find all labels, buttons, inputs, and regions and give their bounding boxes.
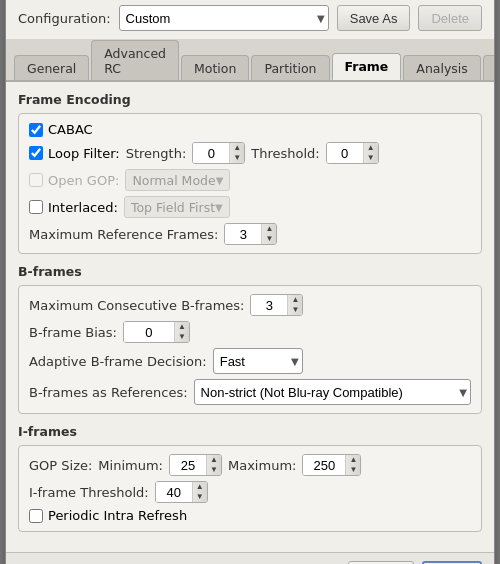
threshold-spin-btns: ▲ ▼ [363,143,378,163]
max-ref-down-button[interactable]: ▼ [262,234,276,244]
threshold-spinner: ▲ ▼ [326,142,379,164]
max-ref-up-button[interactable]: ▲ [262,224,276,234]
iframe-threshold-spin-btns: ▲ ▼ [192,482,207,502]
iframes-title: I-frames [18,424,482,439]
gop-max-spinner: ▲ ▼ [302,454,361,476]
tab-general[interactable]: General [14,55,89,81]
content-area: Frame Encoding CABAC Loop Filter: Streng… [6,82,494,552]
gop-min-up-button[interactable]: ▲ [207,455,221,465]
gop-max-input[interactable] [303,455,345,475]
gop-size-row: GOP Size: Minimum: ▲ ▼ Maximum: ▲ [29,454,471,476]
periodic-row: Periodic Intra Refresh [29,508,471,523]
threshold-up-button[interactable]: ▲ [364,143,378,153]
iframes-box: GOP Size: Minimum: ▲ ▼ Maximum: ▲ [18,445,482,532]
gop-max-down-button[interactable]: ▼ [346,465,360,475]
iframe-threshold-up-button[interactable]: ▲ [193,482,207,492]
iframes-section: I-frames GOP Size: Minimum: ▲ ▼ Maximum: [18,424,482,532]
tab-frame[interactable]: Frame [332,53,402,81]
adaptive-label: Adaptive B-frame Decision: [29,354,207,369]
frame-encoding-section: Frame Encoding CABAC Loop Filter: Streng… [18,92,482,254]
tab-motion[interactable]: Motion [181,55,249,81]
tab-analysis[interactable]: Analysis [403,55,481,81]
iframe-threshold-spinner: ▲ ▼ [155,481,208,503]
max-ref-row: Maximum Reference Frames: ▲ ▼ [29,223,471,245]
as-refs-row: B-frames as References: Non-strict (Not … [29,379,471,405]
as-refs-dropdown[interactable]: Non-strict (Not Blu-ray Compatible) Stri… [194,379,471,405]
interlaced-row: Interlaced: Top Field First ▼ [29,196,471,218]
gop-max-label: Maximum: [228,458,296,473]
max-consec-input[interactable] [251,295,287,315]
interlaced-combo: Top Field First ▼ [124,196,230,218]
interlaced-arrow-icon: ▼ [215,202,223,213]
max-consec-down-button[interactable]: ▼ [288,305,302,315]
max-consec-up-button[interactable]: ▲ [288,295,302,305]
strength-input[interactable] [193,143,229,163]
bias-row: B-frame Bias: ▲ ▼ [29,321,471,343]
loop-filter-checkbox[interactable] [29,146,43,160]
cabac-checkbox[interactable] [29,123,43,137]
open-gop-row: Open GOP: Normal Mode ▼ [29,169,471,191]
config-dropdown[interactable]: Custom [119,5,329,31]
delete-button[interactable]: Delete [418,5,482,31]
gop-min-input[interactable] [170,455,206,475]
gop-max-spin-btns: ▲ ▼ [345,455,360,475]
frame-encoding-box: CABAC Loop Filter: Strength: ▲ ▼ [18,113,482,254]
strength-label: Strength: [126,146,187,161]
as-refs-label: B-frames as References: [29,385,188,400]
bias-input[interactable] [124,322,174,342]
save-as-button[interactable]: Save As [337,5,411,31]
strength-spin-btns: ▲ ▼ [229,143,244,163]
max-consec-label: Maximum Consecutive B-frames: [29,298,244,313]
open-gop-checkbox [29,173,43,187]
max-ref-spin-btns: ▲ ▼ [261,224,276,244]
interlaced-label[interactable]: Interlaced: [29,200,118,215]
max-ref-label: Maximum Reference Frames: [29,227,218,242]
bframes-box: Maximum Consecutive B-frames: ▲ ▼ B-fram… [18,285,482,414]
tab-quantise[interactable]: Quantise [483,55,494,81]
max-consec-row: Maximum Consecutive B-frames: ▲ ▼ [29,294,471,316]
open-gop-combo: Normal Mode ▼ [125,169,230,191]
max-consec-spin-btns: ▲ ▼ [287,295,302,315]
loop-filter-row: Loop Filter: Strength: ▲ ▼ Threshold: [29,142,471,164]
config-combo-wrapper: Custom ▼ [119,5,329,31]
config-label: Configuration: [18,11,111,26]
adaptive-dropdown[interactable]: Fast Normal Off [213,348,303,374]
iframe-threshold-row: I-frame Threshold: ▲ ▼ [29,481,471,503]
cabac-row: CABAC [29,122,471,137]
config-row: Configuration: Custom ▼ Save As Delete [6,0,494,39]
gop-min-label: Minimum: [98,458,163,473]
cabac-label[interactable]: CABAC [29,122,93,137]
periodic-label[interactable]: Periodic Intra Refresh [29,508,187,523]
gop-min-spinner: ▲ ▼ [169,454,222,476]
bias-up-button[interactable]: ▲ [175,322,189,332]
bias-label: B-frame Bias: [29,325,117,340]
threshold-input[interactable] [327,143,363,163]
threshold-label: Threshold: [251,146,319,161]
tabs-bar: General Advanced RC Motion Partition Fra… [6,39,494,82]
threshold-down-button[interactable]: ▼ [364,153,378,163]
open-gop-label: Open GOP: [29,173,119,188]
tab-partition[interactable]: Partition [251,55,329,81]
max-ref-input[interactable] [225,224,261,244]
gop-min-down-button[interactable]: ▼ [207,465,221,475]
adaptive-combo-wrapper: Fast Normal Off ▼ [213,348,303,374]
strength-down-button[interactable]: ▼ [230,153,244,163]
iframe-threshold-input[interactable] [156,482,192,502]
interlaced-checkbox[interactable] [29,200,43,214]
periodic-checkbox[interactable] [29,509,43,523]
iframe-threshold-down-button[interactable]: ▼ [193,492,207,502]
bias-spin-btns: ▲ ▼ [174,322,189,342]
bias-spinner: ▲ ▼ [123,321,190,343]
bias-down-button[interactable]: ▼ [175,332,189,342]
iframe-threshold-label: I-frame Threshold: [29,485,149,500]
max-consec-spinner: ▲ ▼ [250,294,303,316]
as-refs-combo-wrapper: Non-strict (Not Blu-ray Compatible) Stri… [194,379,471,405]
gop-size-label: GOP Size: [29,458,92,473]
loop-filter-label[interactable]: Loop Filter: [29,146,120,161]
strength-up-button[interactable]: ▲ [230,143,244,153]
bframes-title: B-frames [18,264,482,279]
open-gop-arrow-icon: ▼ [216,175,224,186]
tab-advanced-rc[interactable]: Advanced RC [91,40,179,81]
adaptive-row: Adaptive B-frame Decision: Fast Normal O… [29,348,471,374]
gop-max-up-button[interactable]: ▲ [346,455,360,465]
